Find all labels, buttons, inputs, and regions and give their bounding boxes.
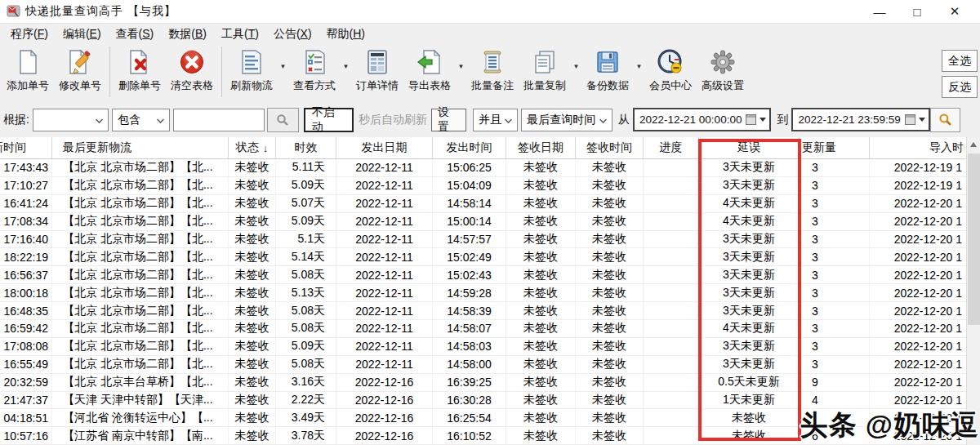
- table-row[interactable]: 16:48:35【北京 北京市场二部】【北...未签收5.08天2022-12-…: [0, 302, 966, 320]
- toolbar-button-advanced-settings[interactable]: 高级设置: [697, 45, 749, 93]
- column-header-4[interactable]: 发出日期: [336, 137, 433, 158]
- cell: 【北京 北京市场二部】【北...: [52, 284, 229, 301]
- cell: 5.09天: [276, 177, 336, 194]
- select-all-button[interactable]: 全选: [942, 50, 978, 72]
- toolbar-button-clear-table[interactable]: 清空表格: [166, 45, 218, 93]
- column-header-6[interactable]: 签收日期: [506, 137, 576, 158]
- cell: 【北京 北京市场二部】【北...: [52, 248, 229, 265]
- chevron-down-icon: [157, 116, 164, 123]
- minimize-button[interactable]: —: [861, 5, 898, 19]
- table-row[interactable]: 17:10:27【北京 北京市场二部】【北...未签收5.09天2022-12-…: [0, 177, 966, 195]
- cell: 【北京 北京市场二部】【北...: [52, 195, 229, 212]
- auto-refresh-label: 秒后自动刷新: [359, 113, 427, 127]
- maximize-button[interactable]: □: [898, 5, 936, 19]
- scrollbar-thumb[interactable]: [968, 154, 980, 325]
- column-header-9[interactable]: 延误: [699, 137, 800, 158]
- toolbar-button-batch-copy[interactable]: 批量复制: [519, 45, 571, 93]
- column-header-8[interactable]: 进度: [644, 137, 699, 158]
- toolbar-dropdown-refresh-logistics[interactable]: ▼: [278, 45, 288, 81]
- column-header-5[interactable]: 发出时间: [433, 137, 506, 158]
- toolbar-button-view-mode[interactable]: 查看方式: [288, 45, 341, 93]
- settings-button[interactable]: 设置: [431, 109, 466, 131]
- toolbar-dropdown-batch-copy[interactable]: ▼: [571, 45, 581, 81]
- cell: 3: [800, 320, 870, 337]
- filter-field-select[interactable]: [33, 109, 109, 131]
- column-header-2[interactable]: 状态↓: [229, 137, 276, 158]
- watermark: 头条 @奶味逗: [800, 407, 979, 444]
- menu-item-6[interactable]: 帮助(H): [319, 24, 372, 44]
- table-row[interactable]: 17:08:34【北京 北京市场二部】【北...未签收5.09天2022-12-…: [0, 213, 966, 231]
- filter-bar: 根据: 包含 不启动 秒后自动刷新 设置 并且 最后查询时间 从: [0, 102, 980, 137]
- query-button[interactable]: [930, 108, 960, 132]
- column-header-0[interactable]: 新时间: [0, 137, 52, 158]
- cell: 3: [800, 195, 870, 212]
- column-header-label: 导入时间: [929, 140, 964, 155]
- toolbar-button-label: 导出表格: [408, 78, 451, 93]
- logic-and-select[interactable]: 并且: [473, 109, 518, 131]
- cell: 14:58:14: [433, 195, 506, 212]
- toolbar-button-member-center[interactable]: 会员中心: [644, 45, 697, 93]
- cell: 16:30:28: [433, 392, 506, 409]
- menu-item-3[interactable]: 数据(B): [161, 24, 214, 44]
- toolbar-button-edit-order[interactable]: 修改单号: [54, 45, 106, 93]
- table-row[interactable]: 17:08:08【北京 北京市场二部】【北...未签收5.09天2022-12-…: [0, 338, 966, 356]
- menu-item-0[interactable]: 程序(F): [3, 24, 56, 44]
- cell: 3.49天: [276, 409, 336, 426]
- cell: 16:55:49: [0, 356, 52, 373]
- cell: 【北京 北京市场二部】【北...: [52, 320, 229, 337]
- cell: 2022-12-11: [336, 195, 433, 212]
- vertical-scrollbar[interactable]: [966, 137, 980, 445]
- toolbar-dropdown-backup-data[interactable]: ▼: [634, 45, 644, 81]
- table-row[interactable]: 18:22:19【北京 北京市场二部】【北...未签收5.14天2022-12-…: [0, 248, 966, 266]
- toolbar-button-export-table[interactable]: 导出表格: [403, 45, 456, 93]
- table-row[interactable]: 20:32:59【北京 北京丰台草桥】【北...未签收3.16天2022-12-…: [0, 374, 966, 392]
- table-row[interactable]: 16:55:49【北京 北京市场二部】【北...未签收5.08天2022-12-…: [0, 356, 966, 374]
- toolbar-button-batch-note[interactable]: 批量备注: [466, 45, 519, 93]
- toolbar-button-delete-order[interactable]: 删除单号: [114, 45, 166, 93]
- toolbar-button-backup-data[interactable]: 备份数据: [581, 45, 634, 93]
- cell: 2022-12-20 1: [870, 284, 964, 301]
- column-header-11[interactable]: 导入时间: [870, 137, 964, 158]
- column-header-1[interactable]: 最后更新物流: [52, 137, 229, 158]
- toolbar-button-order-detail[interactable]: 订单详情: [351, 45, 403, 93]
- search-button[interactable]: [267, 108, 299, 132]
- menu-item-2[interactable]: 查看(S): [109, 24, 162, 44]
- toolbar-button-add-order[interactable]: 添加单号: [2, 45, 54, 93]
- cell: 5.07天: [276, 195, 336, 212]
- date-from-picker[interactable]: 2022-12-21 00:00:00: [633, 108, 771, 131]
- column-header-3[interactable]: 时效: [276, 137, 336, 158]
- cell: 17:16:40: [0, 231, 52, 248]
- cell: 2022-12-11: [336, 338, 433, 355]
- cell: 2022-12-20 1: [870, 302, 964, 319]
- time-field-select[interactable]: 最后查询时间: [521, 109, 612, 131]
- keyword-input[interactable]: [173, 109, 265, 131]
- table-row[interactable]: 17:16:40【北京 北京市场二部】【北...未签收5.1天2022-12-1…: [0, 231, 966, 249]
- column-header-10[interactable]: 更新量: [800, 137, 870, 158]
- table-row[interactable]: 16:59:42【北京 北京市场二部】【北...未签收5.08天2022-12-…: [0, 320, 966, 338]
- table-row[interactable]: 18:00:18【北京 北京市场二部】【北...未签收5.13天2022-12-…: [0, 284, 966, 302]
- table-row[interactable]: 17:43:43【北京 北京市场二部】【北...未签收5.11天2022-12-…: [0, 159, 966, 177]
- date-to-picker[interactable]: 2022-12-21 23:59:59: [791, 108, 929, 131]
- invert-selection-button[interactable]: 反选: [942, 76, 978, 98]
- toolbar-dropdown-view-mode[interactable]: ▼: [341, 45, 351, 81]
- cell: [644, 159, 699, 176]
- table-row[interactable]: 16:41:24【北京 北京市场二部】【北...未签收5.07天2022-12-…: [0, 195, 966, 213]
- cell: 【天津 天津中转部】【天津...: [52, 392, 229, 409]
- toolbar-button-refresh-logistics[interactable]: 刷新物流: [225, 45, 278, 93]
- cell: 9: [800, 374, 870, 391]
- column-header-7[interactable]: 签收时间: [576, 137, 644, 158]
- menu-item-4[interactable]: 工具(T): [214, 24, 266, 44]
- search-icon: [276, 113, 289, 127]
- cell: 16:10:52: [433, 427, 506, 444]
- auto-refresh-toggle-button[interactable]: 不启动: [304, 108, 354, 132]
- chevron-down-icon: [505, 116, 512, 123]
- calendar-icon: [905, 114, 915, 125]
- close-button[interactable]: ✕: [936, 4, 973, 19]
- menu-item-5[interactable]: 公告(X): [266, 24, 319, 44]
- cell: 未签收: [506, 284, 576, 301]
- toolbar-dropdown-export-table[interactable]: ▼: [456, 45, 466, 81]
- table-row[interactable]: 16:56:37【北京 北京市场二部】【北...未签收5.08天2022-12-…: [0, 266, 966, 284]
- match-mode-select[interactable]: 包含: [112, 109, 170, 131]
- scroll-up-icon[interactable]: [970, 142, 977, 147]
- menu-item-1[interactable]: 编辑(E): [56, 24, 109, 44]
